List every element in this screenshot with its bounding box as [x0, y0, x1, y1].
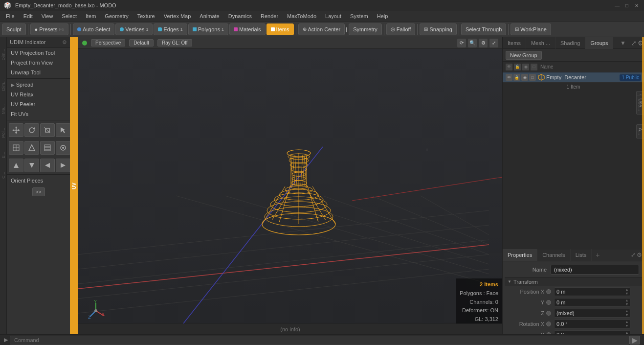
presets-button[interactable]: ● Presets F6: [30, 23, 68, 35]
close-button[interactable]: ✕: [633, 2, 640, 9]
menu-item-texture[interactable]: Texture: [133, 12, 159, 20]
symmetry-button[interactable]: Symmetry: [349, 23, 382, 35]
materials-button[interactable]: Materials: [229, 23, 266, 35]
fit-uvs-item[interactable]: Fit UVs: [7, 109, 70, 119]
ray-gl-button[interactable]: Ray GL: Off: [157, 39, 192, 46]
menu-item-dynamics[interactable]: Dynamics: [224, 12, 256, 20]
tab-mesh[interactable]: Mesh ...: [526, 37, 555, 49]
pos-x-down[interactable]: ▼: [624, 292, 630, 296]
zoom-icon[interactable]: 🔍: [468, 39, 477, 47]
menu-item-select[interactable]: Select: [58, 12, 81, 20]
ptab-add-icon[interactable]: +: [592, 251, 603, 259]
ptab-lists[interactable]: Lists: [571, 249, 592, 261]
rot-x-dot[interactable]: [546, 322, 551, 326]
rot-x-up[interactable]: ▲: [624, 320, 630, 324]
grid-icon-btn-4[interactable]: [56, 141, 70, 155]
panel-expand-icon[interactable]: ⤢: [631, 39, 637, 47]
pos-x-up[interactable]: ▲: [624, 288, 630, 292]
project-from-view[interactable]: Project from View: [7, 58, 70, 68]
command-input[interactable]: [10, 336, 629, 345]
ptab-settings-icon[interactable]: ⚙: [637, 252, 642, 258]
settings-view-icon[interactable]: ⚙: [479, 39, 488, 47]
item-lock-icon[interactable]: 🔒: [513, 74, 520, 81]
pos-x-dot[interactable]: [546, 289, 551, 294]
transform-icon-btn[interactable]: [9, 123, 23, 137]
viewport-canvas[interactable]: +: [78, 49, 502, 334]
default-button[interactable]: Default: [129, 39, 154, 46]
pos-y-up[interactable]: ▲: [624, 299, 630, 302]
menu-item-maxtomodo[interactable]: MaxToModo: [283, 12, 320, 20]
menu-item-geometry[interactable]: Geometry: [101, 12, 132, 20]
expand-view-icon[interactable]: ⤢: [489, 39, 498, 47]
new-group-button[interactable]: New Group: [506, 51, 542, 60]
rot-x-field[interactable]: 0.0 ° ▲ ▼: [554, 320, 630, 328]
viewport[interactable]: Perspective Default Ray GL: Off ⟳ 🔍 ⚙ ⤢: [78, 37, 502, 334]
item-eye-icon[interactable]: 👁: [506, 74, 512, 81]
pos-z-down[interactable]: ▼: [624, 313, 630, 317]
menu-item-item[interactable]: Item: [82, 12, 100, 20]
item-render-icon[interactable]: ◉: [521, 74, 528, 81]
action-center-button[interactable]: ⊕ Action Center: [298, 23, 345, 35]
unwrap-tool[interactable]: Unwrap Tool: [7, 68, 70, 77]
pos-z-field[interactable]: (mixed) ▲ ▼: [554, 309, 630, 318]
command-execute-button[interactable]: ▶: [629, 336, 640, 345]
falloff-button[interactable]: ◎ Falloff: [386, 23, 416, 35]
scale-icon-btn[interactable]: [40, 123, 55, 137]
rot-y-up[interactable]: ▲: [624, 331, 630, 335]
select-icon-btn[interactable]: [56, 123, 70, 137]
auto-select-button[interactable]: Auto Select: [73, 23, 114, 35]
menu-item-edit[interactable]: Edit: [20, 12, 37, 20]
uv-relax-item[interactable]: UV Relax: [7, 90, 70, 99]
item-row-decanter[interactable]: 👁 🔒 ◉ □ Empty_Decanter 1 Public: [503, 72, 644, 83]
menu-item-layout[interactable]: Layout: [321, 12, 345, 20]
rot-x-down[interactable]: ▼: [624, 324, 630, 328]
rotate-icon-btn[interactable]: [24, 123, 39, 137]
item-shade-icon[interactable]: □: [529, 74, 536, 81]
tabs-expand-icon[interactable]: ▼: [617, 40, 629, 46]
name-value[interactable]: (mixed): [551, 265, 639, 275]
grid-icon-btn-3[interactable]: [40, 141, 55, 155]
more-button[interactable]: >>: [32, 187, 45, 196]
items-button[interactable]: Items: [266, 23, 294, 35]
ptab-expand-icon[interactable]: ⤢: [631, 252, 636, 258]
spread-item[interactable]: ▶ Spread: [7, 80, 70, 90]
arrow-up-btn[interactable]: [9, 159, 23, 172]
arrow-left-btn[interactable]: [40, 159, 55, 172]
pos-y-field[interactable]: 0 m ▲ ▼: [554, 298, 630, 307]
ptab-properties[interactable]: Properties: [503, 249, 537, 261]
ptab-channels[interactable]: Channels: [537, 249, 570, 261]
pos-z-dot[interactable]: [546, 311, 551, 316]
minimize-button[interactable]: —: [614, 2, 621, 9]
grid-icon-btn-2[interactable]: [24, 141, 39, 155]
menu-item-render[interactable]: Render: [257, 12, 282, 20]
pos-x-field[interactable]: 0 m ▲ ▼: [554, 287, 630, 296]
tab-groups[interactable]: Groups: [585, 37, 613, 49]
pos-z-up[interactable]: ▲: [624, 309, 630, 313]
rot-y-field[interactable]: 0.0 ° ▲ ▼: [554, 330, 630, 335]
menu-item-animate[interactable]: Animate: [196, 12, 223, 20]
menu-item-help[interactable]: Help: [373, 12, 392, 20]
menu-item-vertex-map[interactable]: Vertex Map: [160, 12, 195, 20]
grid-icon-btn-1[interactable]: [9, 141, 23, 155]
rot-y-dot[interactable]: [546, 332, 551, 335]
menu-item-file[interactable]: File: [2, 12, 19, 20]
vertices-button[interactable]: Vertices 1: [115, 23, 153, 35]
rotate-view-icon[interactable]: ⟳: [457, 39, 466, 47]
uv-peeler-item[interactable]: UV Peeler: [7, 99, 70, 109]
pos-y-dot[interactable]: [546, 300, 551, 305]
menu-item-system[interactable]: System: [346, 12, 372, 20]
polygons-button[interactable]: Polygons 1: [188, 23, 228, 35]
sculpt-button[interactable]: Sculpt: [2, 23, 26, 35]
workplane-button[interactable]: ⊟ WorkPlane: [511, 23, 551, 35]
select-through-button[interactable]: Select Through: [461, 23, 506, 35]
panel-options-icon[interactable]: ⚙: [62, 39, 67, 46]
tab-items[interactable]: Items: [503, 37, 526, 49]
menu-item-view[interactable]: View: [38, 12, 57, 20]
snapping-button[interactable]: ⊞ Snapping: [420, 23, 457, 35]
arrow-down-btn[interactable]: [24, 159, 39, 172]
uv-projection-tool[interactable]: UV Projection Tool: [7, 48, 70, 58]
pos-y-down[interactable]: ▼: [624, 302, 630, 306]
maximize-button[interactable]: □: [623, 2, 630, 9]
perspective-button[interactable]: Perspective: [91, 39, 125, 46]
tab-shading[interactable]: Shading: [555, 37, 585, 49]
